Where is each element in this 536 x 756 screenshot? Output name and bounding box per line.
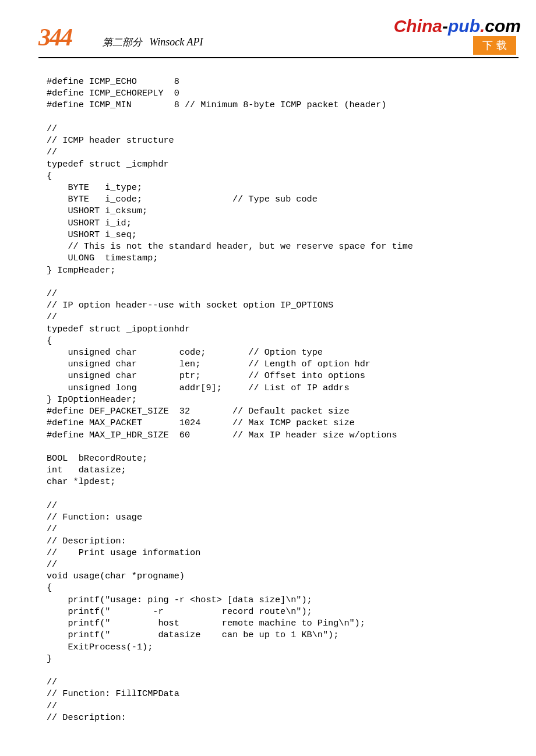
logo-china: China xyxy=(394,16,442,36)
logo-pub: pub xyxy=(448,16,480,36)
page-number: 344 xyxy=(38,23,72,51)
code-listing: #define ICMP_ECHO 8 #define ICMP_ECHOREP… xyxy=(47,76,536,723)
logo-block: China-pub.com 下载 xyxy=(394,17,521,55)
logo-com: com xyxy=(485,16,521,36)
page-header: 344 第二部分 Winsock API China-pub.com 下载 xyxy=(38,0,519,58)
section-title: 第二部分 Winsock API xyxy=(103,36,203,49)
logo-dash: - xyxy=(442,16,448,36)
download-badge[interactable]: 下载 xyxy=(473,36,516,55)
section-api-label: Winsock API xyxy=(149,36,203,48)
site-logo: China-pub.com xyxy=(394,17,521,35)
section-part-label: 第二部分 xyxy=(103,37,142,48)
